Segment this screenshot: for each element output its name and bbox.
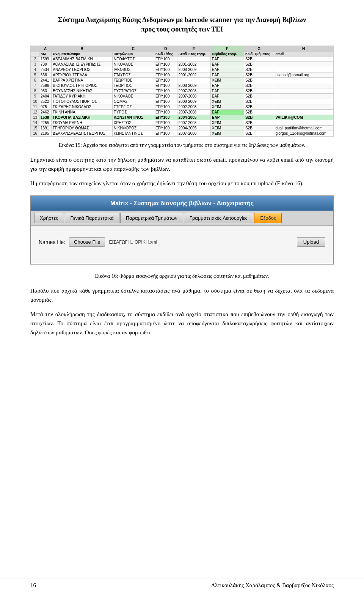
cell-kod: ΕΠΥ100 [154, 88, 177, 94]
cell-am: 2195 [39, 131, 52, 136]
cell-kod: ΕΠΥ100 [154, 131, 177, 136]
cell-tmima: S2B [244, 72, 274, 78]
file-name-display: ΕΙΣΑΓΩΓΗ...ΟΡΙΚΗ.xml [109, 239, 157, 245]
table-row: 15 1391 ΓΡΗΓΟΡΙΟΥ ΘΩΜΑΣ ΝΙΚΗΦΟΡΟΣ ΕΠΥ100… [31, 126, 333, 131]
header-tmima: Κωδ. Τμήματος [244, 52, 274, 57]
cell-patron: ΓΕΩΡΓΙΟΣ [112, 78, 154, 83]
cell-patron: ΕΥΣΤΡΑΤΙΟΣ [112, 88, 154, 94]
cell-patron: ΚΩΝΣΤΑΝΤΙΝΟΣ [112, 131, 154, 136]
cell-tmima: S2B [244, 131, 274, 136]
col-header-a: A [39, 46, 52, 52]
nav-secretariat[interactable]: Γραμματειακές Λειτουργίες [184, 213, 253, 223]
cell-patron: ΚΩΝΣΤΑΝΤΙΝΟΣ [112, 115, 154, 120]
cell-period: EAP [210, 110, 244, 115]
matrix-body: Names file: Choose File ΕΙΣΑΓΩΓΗ...ΟΡΙΚΗ… [31, 226, 333, 264]
nav-exit[interactable]: Έξοδος [254, 213, 282, 223]
nav-general-params[interactable]: Γενικά Παραμετρικά [65, 213, 119, 223]
cell-kod: ΕΠΥ100 [154, 115, 177, 120]
cell-email [274, 94, 333, 99]
cell-kod: ΕΠΥ100 [154, 110, 177, 115]
cell-email [274, 78, 333, 83]
cell-email [274, 57, 333, 62]
cell-name: ΑΡΓΥΡΙΟΥ ΣΤΕΛΛΑ [52, 72, 113, 78]
col-header-b: B [52, 46, 113, 52]
cell-period: EAP [210, 88, 244, 94]
nav-dept-params[interactable]: Παραμετρικά Τμημάτων [120, 213, 183, 223]
row-num: 5 [31, 72, 39, 78]
cell-name: ΔΕΛΧΑΝΔΡΕΑΔΗΣ ΓΕΩΡΓΙΟΣ [52, 131, 113, 136]
cell-year: 2007-2008 [177, 88, 210, 94]
cell-name: ΓΚΙΝΗ ΑΝΝΑ [52, 110, 113, 115]
header-kod: Κωδ Τάξης [154, 52, 177, 57]
row-num: 9 [31, 94, 39, 99]
cell-tmima: S2B [244, 94, 274, 99]
matrix-nav: Χρήστες Γενικά Παραμετρικά Παραμετρικά Τ… [31, 211, 333, 226]
table-row: 2 1599 ΑΒΡΑΜΙΔΗΣ ΒΑΣΙΛΙΚΗ ΝΕΟΦΥΤΟΣ ΕΠΥ10… [31, 57, 333, 62]
upload-button[interactable]: Upload [297, 237, 325, 247]
cell-email [274, 99, 333, 104]
cell-period: EAP [210, 115, 244, 120]
cell-name: ΑΒΡΑΜΙΔΗΣ ΒΑΣΙΛΙΚΗ [52, 57, 113, 62]
cell-email: asdasd@nomail.org [274, 72, 333, 78]
cell-am: 739 [39, 62, 52, 67]
cell-year: 2002-2003 [177, 104, 210, 110]
row-num: 2 [31, 57, 39, 62]
cell-year: 2007-2008 [177, 120, 210, 126]
header-patron: Πατρώνυμο [112, 52, 154, 57]
cell-name: ΑΘΑΝΑΣΙΑΔΗΣ ΕΥΡΙΠΙΔΗΣ [52, 62, 113, 67]
cell-patron: ΝΙΚΗΦΟΡΟΣ [112, 126, 154, 131]
cell-patron: ΝΙΚΟΛΑΟΣ [112, 62, 154, 67]
spreadsheet-table: A B C D E F G H 1 ΑΜ Ονοματεπώνυμο Πατρώ… [31, 46, 333, 136]
cell-tmima: S2B [244, 83, 274, 88]
cell-am: 2255 [39, 120, 52, 126]
nav-users[interactable]: Χρήστες [34, 213, 64, 223]
figure16-caption: Εικόνα 16: Φόρμα εισαγωγής αρχείου για τ… [30, 272, 334, 280]
cell-am: 2462 [39, 110, 52, 115]
table-row: 5 668 ΑΡΓΥΡΙΟΥ ΣΤΕΛΛΑ ΣΤΑΥΡΟΣ ΕΠΥ100 200… [31, 72, 333, 78]
cell-patron: ΝΕΟΦΥΤΟΣ [112, 57, 154, 62]
table-row: 11 975 ΓΚΙΖΑΡΗΣ ΝΙΚΟΛΑΟΣ ΣΤΕΡΓΙΟΣ ΕΠΥ100… [31, 104, 333, 110]
header-am: ΑΜ [39, 52, 52, 57]
cell-kod: ΕΠΥ100 [154, 104, 177, 110]
cell-tmima: S2B [244, 88, 274, 94]
file-upload-row: Names file: Choose File ΕΙΣΑΓΩΓΗ...ΟΡΙΚΗ… [39, 237, 325, 247]
cell-name: ΓΑΤΙΔΟΥ ΚΥΡΙΑΚΗ [52, 94, 113, 99]
row-num: 12 [31, 110, 39, 115]
row-num: 7 [31, 83, 39, 88]
cell-name: ΒΙΟΠΟΥΛΟΣ ΓΡΗΓΟΡΙΟΣ [52, 83, 113, 88]
cell-period: EAP [210, 67, 244, 72]
table-row: 10 2522 ΠΟΤΟΠΟΥΛΟΣ ΠΙΟΡΓΟΣ ΘΩΜΑΣ ΕΠΥ100 … [31, 99, 333, 104]
para4: Μετά την ολοκλήρωση της διαδικασίας, το … [30, 310, 334, 337]
cell-kod: ΕΠΥ100 [154, 120, 177, 126]
row-num: 14 [31, 120, 39, 126]
cell-year: 2004-2005 [177, 126, 210, 131]
row-num: 6 [31, 78, 39, 83]
cell-email [274, 62, 333, 67]
choose-file-button[interactable]: Choose File [69, 237, 105, 247]
cell-period: XEIM [210, 131, 244, 136]
cell-patron: ΙΑΚΩΒΟΣ [112, 67, 154, 72]
col-header-g: G [244, 46, 274, 52]
cell-period: XEIM [210, 78, 244, 83]
cell-name: ΒΟΥΝΑΤΣΗΣ ΝΙΚΗΤΑΣ [52, 88, 113, 94]
cell-period: EAP [210, 94, 244, 99]
table-row: 3 739 ΑΘΑΝΑΣΙΑΔΗΣ ΕΥΡΙΠΙΔΗΣ ΝΙΚΟΛΑΟΣ ΕΠΥ… [31, 62, 333, 67]
cell-am: 2534 [39, 67, 52, 72]
cell-am: 2596 [39, 83, 52, 88]
cell-name: ΒΑΡΡΑ ΧΡΙΣΤΙΝΑ [52, 78, 113, 83]
table-row: 6 2441 ΒΑΡΡΑ ΧΡΙΣΤΙΝΑ ΓΕΩΡΓΙΟΣ ΕΠΥ100 XE… [31, 78, 333, 83]
header-name: Ονοματεπώνυμο [52, 52, 113, 57]
table-row: 9 2404 ΓΑΤΙΔΟΥ ΚΥΡΙΑΚΗ ΝΙΚΟΛΑΟΣ ΕΠΥ100 2… [31, 94, 333, 99]
col-header-d: D [154, 46, 177, 52]
table-row: 7 2596 ΒΙΟΠΟΥΛΟΣ ΓΡΗΓΟΡΙΟΣ ΓΕΩΡΓΙΟΣ ΕΠΥ1… [31, 83, 333, 88]
cell-patron: ΧΡΗΣΤΟΣ [112, 120, 154, 126]
cell-patron: ΓΕΩΡΓΙΟΣ [112, 83, 154, 88]
cell-email: giorgos_11delis@hotmail.com [274, 131, 333, 136]
cell-year: 2008-2009 [177, 99, 210, 104]
header-year: Ακαδ Έτος Εγγρ. [177, 52, 210, 57]
cell-am: 1538 [39, 115, 52, 120]
matrix-app: Matrix - Σύστημα διανομής βιβλίων - Διαχ… [30, 195, 334, 265]
cell-am: 953 [39, 88, 52, 94]
cell-period: XEIM [210, 99, 244, 104]
cell-email [274, 110, 333, 115]
